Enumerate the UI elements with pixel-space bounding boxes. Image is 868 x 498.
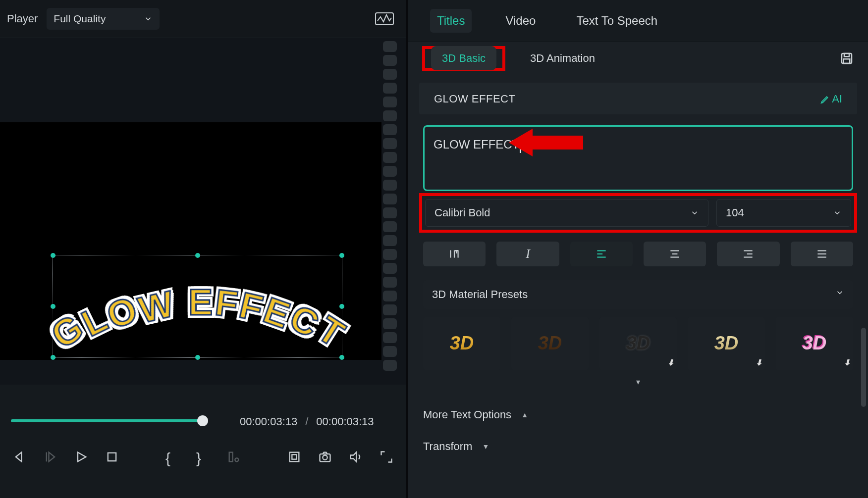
ai-label: AI: [832, 93, 842, 105]
tab-tts[interactable]: Text To Speech: [569, 9, 664, 33]
subtab-row: 3D Basic 3D Animation: [408, 42, 868, 75]
section-title: GLOW EFFECT: [434, 93, 515, 105]
presets-row: 3D 3D 3D⬇ 3D⬇ 3D⬇: [423, 317, 853, 370]
presets-expander[interactable]: ▾: [423, 374, 853, 390]
handle-bot-mid[interactable]: [195, 355, 200, 360]
mark-out-icon[interactable]: }: [196, 450, 210, 464]
quality-dropdown[interactable]: Full Quality: [47, 8, 160, 30]
font-size-dropdown[interactable]: 104: [716, 199, 851, 227]
timeline: 00:00:03:13 / 00:00:03:13: [0, 404, 406, 441]
handle-mid-right[interactable]: [339, 304, 344, 309]
spacing-button[interactable]: T: [423, 242, 486, 266]
transform-label: Transform: [423, 440, 472, 453]
player-pane: Player Full Quality GLOW: [0, 0, 406, 498]
more-text-options[interactable]: More Text Options ▲: [423, 408, 853, 421]
subtab-3d-animation[interactable]: 3D Animation: [519, 46, 606, 71]
handle-bot-right[interactable]: [339, 355, 344, 360]
format-toolbar: T I: [423, 242, 853, 266]
handle-top-mid[interactable]: [195, 253, 200, 258]
svg-text:T: T: [455, 249, 458, 254]
svg-rect-9: [292, 454, 296, 459]
svg-point-11: [323, 455, 327, 460]
handle-top-left[interactable]: [51, 253, 55, 258]
top-tabs: Titles Video Text To Speech: [408, 0, 868, 42]
time-slider[interactable]: [11, 417, 395, 422]
ai-edit-icon[interactable]: AI: [820, 93, 842, 105]
font-family-dropdown[interactable]: Calibri Bold: [425, 199, 708, 227]
tab-video[interactable]: Video: [498, 9, 542, 33]
download-icon: ⬇: [667, 358, 674, 367]
italic-button[interactable]: I: [496, 242, 559, 266]
preview-text: GLOW EFFECT: [64, 281, 331, 323]
next-frame-icon[interactable]: [44, 450, 57, 464]
svg-rect-8: [290, 452, 299, 462]
preview-viewport[interactable]: GLOW EFFECT: [0, 38, 406, 385]
volume-icon[interactable]: [349, 450, 363, 464]
presets-header[interactable]: 3D Material Presets: [423, 280, 853, 309]
download-icon: ⬇: [844, 358, 850, 367]
scrollbar[interactable]: [861, 328, 866, 407]
download-icon: ⬇: [756, 358, 762, 367]
marker-icon[interactable]: [227, 450, 241, 464]
subtab-3d-basic[interactable]: 3D Basic: [431, 46, 496, 70]
font-size-value: 104: [726, 206, 744, 219]
annotation-arrow: [509, 124, 583, 165]
preset-tile-5[interactable]: 3D⬇: [776, 317, 853, 370]
time-track-fill: [11, 419, 204, 422]
waveform-icon[interactable]: [375, 11, 394, 27]
mark-in-icon[interactable]: {: [165, 450, 179, 464]
svg-marker-12: [351, 452, 357, 462]
svg-rect-6: [229, 452, 233, 462]
preset-tile-1[interactable]: 3D: [423, 317, 500, 370]
svg-marker-3: [49, 452, 55, 462]
svg-rect-15: [844, 59, 850, 63]
transform-section[interactable]: Transform ▼: [423, 440, 853, 453]
handle-bot-left[interactable]: [51, 355, 55, 360]
inspector-pane: Titles Video Text To Speech 3D Basic 3D …: [406, 0, 868, 498]
caret-down-icon: ▼: [482, 443, 489, 450]
align-right-button[interactable]: [717, 242, 779, 266]
chevron-down-icon: [835, 288, 844, 297]
preset-tile-4[interactable]: 3D⬇: [688, 317, 765, 370]
preset-tile-2[interactable]: 3D: [511, 317, 589, 370]
align-center-button[interactable]: [644, 242, 706, 266]
svg-point-7: [235, 458, 238, 461]
align-left-button[interactable]: [570, 242, 633, 266]
selection-box[interactable]: GLOW EFFECT: [53, 255, 342, 358]
preview-canvas: GLOW EFFECT: [0, 122, 381, 360]
more-text-options-label: More Text Options: [423, 408, 511, 421]
stop-icon[interactable]: [105, 450, 119, 464]
prev-frame-icon[interactable]: [13, 450, 27, 464]
svg-marker-4: [78, 452, 86, 462]
chevron-down-icon: [144, 14, 153, 23]
save-preset-icon[interactable]: [839, 51, 854, 66]
chevron-down-icon: [833, 208, 842, 217]
play-icon[interactable]: [74, 450, 88, 464]
svg-rect-14: [844, 53, 849, 56]
presets-label: 3D Material Presets: [432, 288, 528, 301]
handle-top-right[interactable]: [339, 253, 344, 258]
text-input-value[interactable]: GLOW EFFECT: [434, 138, 519, 151]
handle-mid-left[interactable]: [51, 304, 55, 309]
fullscreen-icon[interactable]: [380, 450, 393, 464]
svg-rect-5: [108, 453, 116, 461]
crop-icon[interactable]: [287, 450, 301, 464]
film-strip: [383, 38, 398, 385]
svg-marker-1: [16, 452, 22, 462]
player-header: Player Full Quality: [0, 0, 406, 38]
chevron-down-icon: [690, 208, 699, 217]
time-thumb[interactable]: [197, 415, 208, 426]
snapshot-icon[interactable]: [318, 450, 332, 464]
tab-titles[interactable]: Titles: [430, 9, 472, 33]
svg-marker-16: [509, 129, 583, 156]
caret-up-icon: ▲: [521, 411, 528, 419]
font-family-value: Calibri Bold: [434, 206, 490, 219]
quality-value: Full Quality: [54, 13, 106, 25]
annotation-red-box-subtab: 3D Basic: [422, 46, 505, 71]
text-input-card[interactable]: GLOW EFFECT: [423, 125, 853, 191]
annotation-red-box-font: Calibri Bold 104: [419, 193, 857, 233]
align-justify-button[interactable]: [791, 242, 853, 266]
preset-tile-3[interactable]: 3D⬇: [599, 317, 677, 370]
player-label: Player: [7, 12, 38, 25]
player-toolbar: { }: [0, 441, 406, 473]
